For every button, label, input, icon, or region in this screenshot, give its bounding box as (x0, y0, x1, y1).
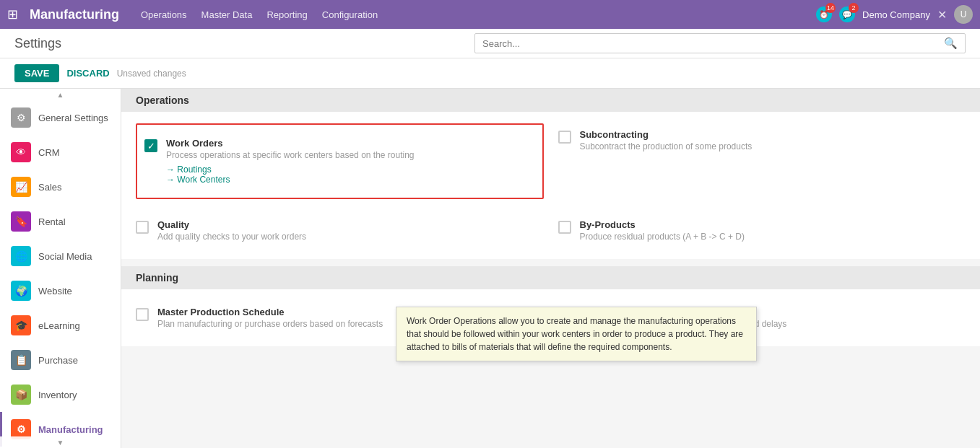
sales-icon: 📈 (11, 177, 31, 197)
by-products-title: By-Products (580, 219, 966, 230)
page-title: Settings (14, 36, 474, 51)
inventory-icon: 📦 (11, 385, 31, 405)
work-orders-checkbox[interactable]: ✓ (144, 139, 157, 152)
purchase-icon: 📋 (11, 350, 31, 370)
top-nav: Operations Master Data Reporting Configu… (141, 9, 809, 20)
social-media-icon: 🌐 (11, 246, 31, 266)
elearning-icon: 🎓 (11, 315, 31, 335)
planning-section-header: Planning (121, 266, 980, 289)
quality-info: Quality Add quality checks to your work … (157, 219, 544, 242)
topbar: ⊞ Manufacturing Operations Master Data R… (0, 0, 980, 29)
by-products-checkbox[interactable] (558, 221, 571, 234)
sidebar-items: ⚙ General Settings 👁 CRM 📈 Sales 🔖 Renta… (0, 89, 121, 448)
unsaved-indicator: Unsaved changes (117, 69, 186, 79)
nav-configuration[interactable]: Configuration (322, 9, 378, 20)
work-orders-setting: ✓ Work Orders Process operations at spec… (136, 123, 544, 199)
sidebar-item-purchase[interactable]: 📋 Purchase (0, 343, 121, 377)
work-orders-item: ✓ Work Orders Process operations at spec… (144, 132, 535, 190)
sidebar-item-sales[interactable]: 📈 Sales (0, 170, 121, 204)
main-content: Operations ✓ Work Orders Process operati… (121, 89, 980, 448)
sidebar-scroll-down[interactable]: ▼ (0, 436, 121, 448)
work-orders-links: Routings Work Centers (166, 164, 535, 185)
subcontracting-title: Subcontracting (580, 129, 966, 140)
by-products-desc: Produce residual products (A + B -> C + … (580, 232, 966, 242)
quality-setting: Quality Add quality checks to your work … (136, 214, 544, 247)
subcontracting-desc: Subcontract the production of some produ… (580, 141, 966, 151)
work-centers-link[interactable]: Work Centers (166, 175, 535, 185)
company-selector[interactable]: Demo Company (862, 9, 930, 20)
work-orders-info: Work Orders Process operations at specif… (166, 138, 535, 185)
operations-section-content: ✓ Work Orders Process operations at spec… (121, 112, 980, 259)
subcontracting-info: Subcontracting Subcontract the productio… (580, 129, 966, 151)
work-orders-desc: Process operations at specific work cent… (166, 150, 535, 160)
activity-count: 14 (825, 3, 836, 13)
close-icon[interactable]: ✕ (937, 8, 947, 22)
sidebar-scroll-up[interactable]: ▲ (0, 89, 121, 100)
sidebar-item-website[interactable]: 🌍 Website (0, 273, 121, 308)
by-products-info: By-Products Produce residual products (A… (580, 219, 966, 242)
search-input[interactable] (482, 38, 944, 49)
sidebar: ▲ ⚙ General Settings 👁 CRM 📈 Sales 🔖 Ren… (0, 89, 121, 448)
sidebar-item-crm[interactable]: 👁 CRM (0, 135, 121, 170)
general-settings-icon: ⚙ (11, 107, 31, 128)
discard-button[interactable]: DISCARD (66, 68, 109, 79)
app-title: Manufacturing (30, 7, 119, 22)
nav-operations[interactable]: Operations (141, 9, 187, 20)
master-production-checkbox[interactable] (136, 308, 149, 321)
nav-reporting[interactable]: Reporting (266, 9, 307, 20)
work-orders-tooltip: Work Order Operations allow you to creat… (396, 307, 757, 361)
sidebar-item-rental[interactable]: 🔖 Rental (0, 204, 121, 239)
rental-icon: 🔖 (11, 211, 31, 232)
sidebar-item-inventory[interactable]: 📦 Inventory (0, 377, 121, 412)
quality-desc: Add quality checks to your work orders (157, 232, 544, 242)
operations-section-header: Operations (121, 89, 980, 112)
quality-item: Quality Add quality checks to your work … (136, 214, 544, 247)
message-count: 2 (849, 3, 859, 13)
routings-link[interactable]: Routings (166, 164, 535, 175)
website-icon: 🌍 (11, 281, 31, 301)
topbar-right: ⏰ 14 💬 2 Demo Company ✕ U (816, 5, 973, 24)
activity-badge[interactable]: ⏰ 14 (816, 6, 832, 22)
by-products-setting: By-Products Produce residual products (A… (558, 214, 966, 247)
action-bar: SAVE DISCARD Unsaved changes (0, 58, 980, 89)
work-orders-title: Work Orders (166, 138, 535, 149)
search-bar: 🔍 (474, 33, 966, 53)
search-icon: 🔍 (944, 37, 958, 50)
nav-master-data[interactable]: Master Data (201, 9, 253, 20)
operations-grid: ✓ Work Orders Process operations at spec… (136, 123, 966, 247)
subcontracting-item: Subcontracting Subcontract the productio… (558, 123, 966, 157)
sidebar-item-elearning[interactable]: 🎓 eLearning (0, 308, 121, 343)
avatar[interactable]: U (954, 5, 973, 24)
sidebar-item-general-settings[interactable]: ⚙ General Settings (0, 100, 121, 135)
subcontracting-checkbox[interactable] (558, 131, 571, 144)
message-badge[interactable]: 💬 2 (839, 6, 855, 22)
subcontracting-setting: Subcontracting Subcontract the productio… (558, 123, 966, 199)
top-row: Settings 🔍 (0, 29, 980, 58)
sidebar-item-social-media[interactable]: 🌐 Social Media (0, 239, 121, 273)
save-button[interactable]: SAVE (14, 64, 59, 82)
grid-icon[interactable]: ⊞ (7, 6, 18, 22)
quality-title: Quality (157, 219, 544, 230)
crm-icon: 👁 (11, 142, 31, 162)
by-products-item: By-Products Produce residual products (A… (558, 214, 966, 247)
quality-checkbox[interactable] (136, 221, 149, 234)
